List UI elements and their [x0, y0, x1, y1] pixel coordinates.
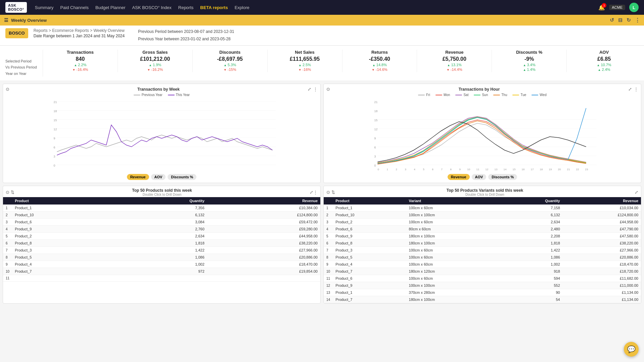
row-num: 2: [3, 212, 12, 219]
table-row[interactable]: 4 Product_9 2,760 £59,280.00: [3, 226, 320, 233]
table-row[interactable]: 9 Product_4 100cm x 60cm 1,002 £18,470.0…: [324, 261, 641, 268]
table-products-expand[interactable]: ⤢: [310, 190, 313, 195]
notification-bell[interactable]: 🔔 1: [598, 4, 605, 11]
nav-budget-planner[interactable]: Budget Planner: [95, 5, 126, 10]
row-variant: 180cm x 100cm: [406, 240, 501, 247]
row-qty: 1,818: [501, 240, 563, 247]
pill-revenue-hourly[interactable]: Revenue: [448, 174, 470, 180]
metric-aov-value: £6.85: [571, 56, 637, 62]
nav-links: Summary Paid Channels Budget Planner ASK…: [35, 5, 590, 10]
table-row[interactable]: 6 Product_8 1,818 £38,220.00: [3, 240, 320, 247]
nav-beta-reports[interactable]: BETA reports: [200, 5, 228, 10]
chart-hourly-controls: ⤢ ⋮: [628, 87, 638, 92]
table-row[interactable]: 5 Product_9 180cm x 100cm 2,208 £47,580.…: [324, 233, 641, 240]
table-row[interactable]: 11 Product_6 100cm x 60cm 594 £11,682.00: [324, 275, 641, 282]
pill-aov-weekly[interactable]: AOV: [151, 174, 166, 180]
metric-discounts-pct-label: Discounts %: [496, 50, 562, 55]
pill-discounts-hourly[interactable]: Discounts %: [488, 174, 517, 180]
chart-weekly-expand[interactable]: ⤢: [308, 87, 311, 92]
table-row[interactable]: 3 Product_6 3,084 £59,472.00: [3, 219, 320, 226]
table-row[interactable]: 10 Product_7 972 £19,854.00: [3, 268, 320, 275]
menu-icon[interactable]: ☰: [4, 17, 8, 23]
row-num: 4: [324, 226, 333, 233]
nav-paid-channels[interactable]: Paid Channels: [60, 5, 89, 10]
table-row[interactable]: 1 Product_1 100cm x 60cm 7,158 £10,034.0…: [324, 205, 641, 212]
chart-weekly-pills: Revenue AOV Discounts %: [6, 174, 318, 180]
row-product: Product_6: [12, 219, 118, 226]
table-row[interactable]: 12 Product_9 100cm x 100cm 552 £11,000.0…: [324, 282, 641, 289]
avatar[interactable]: L: [629, 3, 639, 12]
svg-text:18: 18: [540, 168, 543, 171]
row-variant: 100cm x 60cm: [406, 205, 501, 212]
chart-hourly-more[interactable]: ⋮: [634, 87, 638, 92]
table-row[interactable]: 2 Product_10 100cm x 100cm 6,132 £124,80…: [324, 212, 641, 219]
pill-aov-hourly[interactable]: AOV: [472, 174, 487, 180]
row-qty: 1,086: [118, 254, 207, 261]
table-products-sort[interactable]: ⇅: [11, 190, 14, 195]
logo[interactable]: ASKBOSCO°: [5, 2, 27, 13]
svg-text:21: 21: [374, 100, 378, 104]
nav-ask-bosco-index[interactable]: ASK BOSCO° Index: [132, 5, 172, 10]
tables-row: ⊙ ⇅ Top 50 Products sold this week Doubl…: [0, 186, 644, 306]
filter-icon[interactable]: ⊟: [618, 17, 623, 23]
table-row[interactable]: 4 Product_6 80cm x 60cm 2,480 £47,790.00: [324, 226, 641, 233]
row-qty: 7,158: [501, 205, 563, 212]
row-qty: 1,422: [118, 247, 207, 254]
table-row[interactable]: 2 Product_10 6,132 £124,800.00: [3, 212, 320, 219]
chart-weekly-drag[interactable]: ⊙: [6, 87, 9, 92]
table-variants-expand[interactable]: ⤢: [635, 190, 638, 195]
table-row[interactable]: 11: [3, 275, 320, 282]
nav-summary[interactable]: Summary: [35, 5, 54, 10]
row-num: 11: [3, 275, 12, 282]
chart-hourly-expand[interactable]: ⤢: [628, 87, 632, 92]
row-product: Product_2: [333, 219, 406, 226]
acme-badge[interactable]: ACME: [609, 5, 625, 10]
sync-icon[interactable]: ↻: [627, 17, 631, 23]
table-row[interactable]: 8 Product_5 100cm x 60cm 1,086 £20,886.0…: [324, 254, 641, 261]
table-row[interactable]: 9 Product_4 1,002 £18,470.00: [3, 261, 320, 268]
table-variants-drag[interactable]: ⊙: [326, 190, 330, 195]
metric-net-sales-yoy: -16%: [272, 67, 338, 72]
pill-revenue-weekly[interactable]: Revenue: [127, 174, 149, 180]
metric-discounts-pct-vsprev: 3.4%: [496, 63, 562, 67]
nav-reports[interactable]: Reports: [178, 5, 194, 10]
row-num: 1: [3, 205, 12, 212]
svg-text:23: 23: [585, 168, 588, 171]
table-row[interactable]: 13 Product_1 370cm x 280cm 90 £1,134.00: [324, 289, 641, 296]
svg-text:0: 0: [374, 164, 376, 167]
table-row[interactable]: 7 Product_3 100cm x 60cm 1,422 £27,966.0…: [324, 247, 641, 254]
table-variants-sort[interactable]: ⇅: [331, 190, 335, 195]
table-products-more[interactable]: ⋮: [313, 190, 318, 195]
table-products-drag[interactable]: ⊙: [6, 190, 9, 195]
table-row[interactable]: 3 Product_2 100cm x 60cm 2,634 £44,958.0…: [324, 219, 641, 226]
table-row[interactable]: 1 Product_1 7,356 £10,384.00: [3, 205, 320, 212]
table-variants-subtitle: Double Click to Drill Down: [335, 193, 635, 196]
table-row[interactable]: 14 Product_7 180cm x 100cm 54 £1,134.00: [324, 296, 641, 303]
row-qty: 552: [501, 282, 563, 289]
row-num: 1: [324, 205, 333, 212]
chart-weekly-more[interactable]: ⋮: [313, 87, 318, 92]
metric-discounts: Discounts -£8,697.95 5.3% -15%: [193, 50, 268, 72]
pill-discounts-weekly[interactable]: Discounts %: [168, 174, 196, 180]
table-variants-title: Top 50 Products Variants sold this week: [335, 188, 635, 193]
table-products-header: ⊙ ⇅ Top 50 Products sold this week Doubl…: [3, 186, 320, 197]
chart-hourly-drag[interactable]: ⊙: [326, 87, 330, 92]
row-qty: 1,422: [501, 247, 563, 254]
row-qty: 1,818: [118, 240, 207, 247]
svg-text:21: 21: [54, 100, 57, 104]
table-row[interactable]: 6 Product_8 180cm x 100cm 1,818 £38,220.…: [324, 240, 641, 247]
metric-net-sales: Net Sales £111,655.95 2.5% -16%: [268, 50, 342, 72]
table-row[interactable]: 7 Product_3 1,422 £27,966.00: [3, 247, 320, 254]
row-variant: 180cm x 120cm: [406, 268, 501, 275]
nav-explore[interactable]: Explore: [235, 5, 249, 10]
refresh-icon[interactable]: ↺: [610, 17, 614, 23]
more-icon[interactable]: ⋮: [635, 17, 640, 23]
table-row[interactable]: 10 Product_7 180cm x 120cm 918 £18,720.0…: [324, 268, 641, 275]
legend-sun-label: Sun: [482, 93, 488, 97]
row-qty: 2,634: [501, 219, 563, 226]
row-num: 8: [3, 254, 12, 261]
legend-sun: Sun: [474, 93, 488, 97]
table-row[interactable]: 5 Product_2 2,634 £44,958.00: [3, 233, 320, 240]
page-title: Weekly Overview: [11, 18, 47, 23]
table-row[interactable]: 8 Product_5 1,086 £20,886.00: [3, 254, 320, 261]
